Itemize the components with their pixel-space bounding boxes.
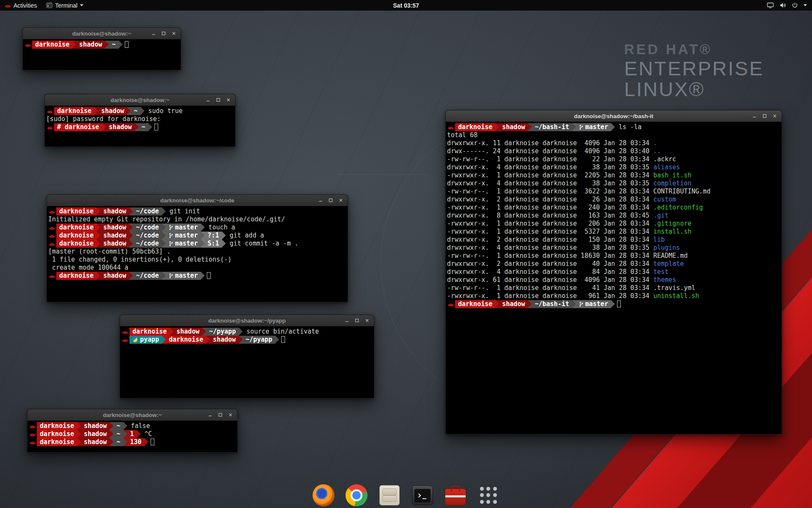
- close-button[interactable]: [170, 30, 178, 38]
- terminal-cursor: [151, 439, 154, 445]
- terminal-line: drwxrwxr-x. 2 darknoise darknoise 150 Ja…: [447, 236, 781, 244]
- redhat-icon: [30, 422, 37, 430]
- dock-files[interactable]: [378, 483, 401, 507]
- output-text: test: [653, 268, 669, 276]
- prompt-separator-icon: [572, 300, 576, 308]
- terminal-window[interactable]: darknoise@shadow:~/bash-itdarknoiseshado…: [445, 110, 782, 434]
- dock-firefox[interactable]: [312, 483, 335, 507]
- prompt-separator-icon: [77, 430, 81, 438]
- prompt-separator-icon: [129, 272, 133, 280]
- maximize-button[interactable]: [214, 96, 222, 104]
- redhat-icon: [30, 430, 37, 438]
- terminal-line: -rwxrwxr-x. 1 darknoise darknoise 5327 J…: [447, 228, 781, 236]
- terminal-content[interactable]: darknoiseshadow~/code git initInitialize…: [47, 206, 348, 301]
- prompt-segment: shadow: [100, 224, 129, 232]
- prompt-segment: darknoise: [455, 123, 495, 131]
- dock-chrome[interactable]: [345, 483, 368, 507]
- terminal-line: darknoiseshadow~/bash-itmaster ls -la: [447, 123, 781, 131]
- minimize-button[interactable]: [316, 196, 324, 204]
- python-icon: [132, 337, 137, 342]
- terminal-window[interactable]: darknoise@shadow:~darknoiseshadow~ sudo …: [44, 94, 236, 147]
- command-text: touch a: [205, 224, 235, 231]
- output-text: aliases: [653, 163, 680, 171]
- terminal-content[interactable]: darknoiseshadow~: [23, 39, 181, 69]
- terminal-line: 1 file changed, 0 insertions(+), 0 delet…: [48, 256, 347, 264]
- terminal-window[interactable]: darknoise@shadow:~/pyappdarknoiseshadow~…: [120, 315, 374, 398]
- terminal-line: darknoiseshadow~ sudo true: [46, 107, 234, 115]
- terminal-content[interactable]: darknoiseshadow~/bash-itmaster ls -latot…: [446, 122, 782, 433]
- prompt-segment: shadow: [106, 123, 134, 131]
- display-icon[interactable]: [767, 2, 774, 8]
- window-titlebar[interactable]: darknoise@shadow:~/code: [47, 195, 348, 206]
- maximize-button[interactable]: [159, 30, 167, 38]
- minimize-button[interactable]: [206, 411, 214, 419]
- redhat-icon: [448, 123, 455, 131]
- toolbox-icon: [445, 489, 466, 505]
- output-text: .editorconfig: [653, 204, 703, 211]
- dock-terminal[interactable]: [411, 483, 434, 507]
- close-button[interactable]: [337, 196, 345, 204]
- prompt-separator-icon: [110, 422, 113, 430]
- activities-button[interactable]: Activities: [0, 0, 41, 11]
- maximize-button[interactable]: [216, 411, 224, 419]
- app-menu[interactable]: Terminal: [41, 0, 88, 11]
- terminal-line: drwx------. 24 darknoise darknoise 4096 …: [447, 147, 781, 155]
- window-titlebar[interactable]: darknoise@shadow:~/pyapp: [120, 315, 374, 326]
- terminal-line: -rwxrwxr-x. 1 darknoise darknoise 2205 J…: [447, 171, 781, 179]
- close-button[interactable]: [363, 317, 371, 325]
- prompt-separator-icon: [110, 430, 113, 438]
- prompt-separator-icon: [77, 438, 81, 446]
- prompt-separator-icon: [528, 123, 532, 131]
- output-text: .ackrc: [653, 155, 676, 163]
- prompt-segment: shadow: [100, 207, 129, 215]
- chrome-icon: [346, 484, 368, 506]
- terminal-window[interactable]: darknoise@shadow:~darknoiseshadow~: [22, 28, 181, 70]
- minimize-button[interactable]: [343, 317, 351, 325]
- window-titlebar[interactable]: darknoise@shadow:~: [45, 94, 235, 106]
- window-controls: [343, 315, 371, 326]
- terminal-content[interactable]: darknoiseshadow~ sudo true[sudo] passwor…: [45, 106, 235, 146]
- system-menu-chevron-icon[interactable]: [804, 4, 807, 6]
- terminal-window[interactable]: darknoise@shadow:~darknoiseshadow~ false…: [27, 409, 238, 453]
- terminal-content[interactable]: darknoiseshadow~ falsedarknoiseshadow~1 …: [27, 421, 237, 452]
- close-button[interactable]: [224, 96, 232, 104]
- prompt-separator-icon: [528, 300, 532, 308]
- minimize-button[interactable]: [204, 96, 212, 104]
- prompt-separator-icon: [495, 123, 499, 131]
- close-button[interactable]: [771, 112, 779, 120]
- output-text: -rwxrwxr-x. 1 darknoise darknoise 961 Ja…: [447, 292, 653, 300]
- terminal-line: -rw-rw-r--. 1 darknoise darknoise 41 Jan…: [447, 284, 781, 292]
- output-text: -rw-rw-r--. 1 darknoise darknoise 41 Jan…: [447, 284, 653, 292]
- terminal-window[interactable]: darknoise@shadow:~/codedarknoiseshadow~/…: [47, 194, 348, 302]
- clock[interactable]: Sat 03:57: [393, 2, 419, 9]
- window-titlebar[interactable]: darknoise@shadow:~: [23, 28, 181, 39]
- terminal-line: darknoiseshadow~/codemaster?:1 git add a: [48, 232, 347, 240]
- firefox-icon: [313, 484, 335, 506]
- volume-icon[interactable]: [779, 2, 786, 8]
- terminal-content[interactable]: darknoiseshadow~/pyapp source bin/activa…: [120, 326, 374, 398]
- prompt-segment: shadow: [81, 422, 110, 430]
- prompt-separator-icon: [105, 41, 109, 49]
- prompt-segment: shadow: [100, 240, 129, 248]
- dock-toolbox[interactable]: [444, 483, 467, 507]
- close-button[interactable]: [226, 411, 234, 419]
- terminal-line: drwxrwxr-x. 2 darknoise darknoise 40 Jan…: [447, 260, 781, 268]
- prompt-segment: master: [166, 272, 201, 280]
- maximize-button[interactable]: [760, 112, 768, 120]
- output-text: completion: [653, 179, 691, 187]
- output-text: [master (root-commit) 50bcb63] .: [48, 248, 170, 255]
- minimize-button[interactable]: [149, 30, 157, 38]
- prompt-separator-icon: [123, 422, 127, 430]
- maximize-button[interactable]: [326, 196, 335, 204]
- redhat-icon: [47, 107, 54, 115]
- power-icon[interactable]: [792, 2, 798, 8]
- prompt-segment: shadow: [98, 107, 127, 115]
- dock-app-grid[interactable]: [477, 483, 500, 507]
- window-titlebar[interactable]: darknoise@shadow:~: [27, 409, 237, 421]
- window-titlebar[interactable]: darknoise@shadow:~/bash-it: [446, 110, 782, 122]
- maximize-button[interactable]: [353, 317, 361, 325]
- prompt-segment: shadow: [173, 328, 202, 336]
- terminal-line: drwxrwxr-x. 4 darknoise darknoise 38 Jan…: [447, 244, 781, 252]
- window-controls: [750, 110, 779, 121]
- minimize-button[interactable]: [750, 112, 758, 120]
